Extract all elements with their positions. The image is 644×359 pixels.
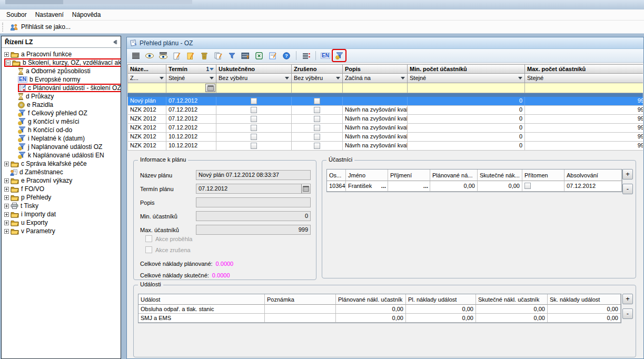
filter-input-max[interactable]	[525, 83, 643, 93]
sidebar-item-naplanovane-oz[interactable]: j Naplánované události OZ	[2, 143, 121, 151]
sidebar-item-naplanovane-en[interactable]: k Naplánované události EN	[2, 151, 121, 159]
filter-input-nazev[interactable]	[127, 83, 166, 93]
sidebar-item-pracovni-funkce[interactable]: a Pracovní funkce	[2, 50, 121, 58]
sidebar-item-pracovni-vykazy[interactable]: e Pracovní výkazy	[2, 176, 121, 185]
sidebar-item-koncici-od-do[interactable]: h Končící od-do	[2, 126, 121, 134]
plan-max-field[interactable]: 999	[196, 225, 311, 235]
filter-combo-min[interactable]: Stejné	[408, 74, 525, 83]
filter-input-zruseno[interactable]	[292, 83, 343, 93]
uskutecneno-checkbox[interactable]	[251, 134, 257, 140]
table-row-selected[interactable]: Nový plán 07.12.2012 0 999	[127, 97, 643, 106]
expander-plus-icon[interactable]	[4, 204, 9, 208]
uskutecneno-checkbox[interactable]	[251, 116, 257, 122]
remove-event-button[interactable]: -	[622, 308, 633, 319]
filter-input-min[interactable]	[408, 83, 525, 93]
sidebar-item-planovani-udalosti[interactable]: c Plánování událostí - školení OZ	[2, 84, 121, 92]
uskutecneno-checkbox[interactable]	[251, 98, 257, 104]
table-row[interactable]: NZK 2012 07.12.2012 Návrh na zvyšování k…	[127, 106, 643, 115]
uskutecneno-checkbox[interactable]	[251, 125, 257, 131]
zruseno-checkbox[interactable]	[314, 125, 320, 131]
sidebar-item-prehledy[interactable]: p Přehledy	[2, 193, 121, 202]
sidebar-item-neplatne-k[interactable]: i Neplatné k (datum)	[2, 134, 121, 143]
note-icon[interactable]	[266, 50, 279, 61]
view-header-icon[interactable]	[157, 50, 170, 61]
column-header-popis[interactable]: Popis	[343, 64, 408, 74]
view-icon[interactable]	[143, 50, 156, 61]
remove-participant-button[interactable]: -	[622, 184, 633, 194]
zruseno-checkbox[interactable]	[314, 134, 320, 140]
uskutecneno-checkbox[interactable]	[251, 143, 257, 149]
expander-plus-icon[interactable]	[4, 212, 9, 217]
sidebar-item-prukazy[interactable]: d Průkazy	[2, 92, 121, 101]
new-record-icon[interactable]	[171, 50, 183, 61]
plan-name-field[interactable]: Nový plán 07.12.2012 08:33:37	[196, 170, 311, 180]
menu-soubor[interactable]: Soubor	[2, 10, 31, 19]
expander-plus-icon[interactable]	[4, 178, 9, 183]
sidebar-item-evropske-normy[interactable]: EN b Evropské normy	[2, 75, 121, 84]
filter-combo-uskutecneno[interactable]: Bez výběru	[216, 74, 292, 83]
expander-plus-icon[interactable]	[4, 195, 9, 200]
lookup-button[interactable]: ...	[423, 183, 428, 189]
list-red-icon[interactable]	[300, 50, 312, 61]
akce-zrusena-checkbox[interactable]	[145, 246, 152, 253]
expander-plus-icon[interactable]	[4, 162, 9, 166]
menu-nastaveni[interactable]: Nastavení	[31, 10, 68, 19]
sidebar-item-celkovy-prehled[interactable]: f Celkový přehled OZ	[2, 109, 121, 117]
calendar-button[interactable]	[301, 184, 310, 193]
zruseno-checkbox[interactable]	[314, 143, 320, 149]
event-row[interactable]: SMJ a EMS 0,00 0,00 0,00 0,00	[138, 314, 621, 323]
filter-smiley-icon[interactable]	[333, 50, 345, 61]
filter-input-termin[interactable]	[166, 83, 216, 93]
column-header-max-pocet[interactable]: Max. počet účastníků	[525, 64, 643, 74]
sidebar-item-parametry[interactable]: v Parametry	[2, 227, 121, 235]
filter-combo-termin[interactable]: Stejné	[166, 74, 216, 83]
menu-napoveda[interactable]: Nápověda	[68, 10, 105, 19]
sidebar-item-exporty[interactable]: u Exporty	[2, 218, 121, 227]
pritomen-checkbox[interactable]	[524, 183, 531, 189]
table-row[interactable]: NZK 2012 07.12.2012 Návrh na zvyšování k…	[127, 115, 643, 124]
column-header-min-pocet[interactable]: Min. počet účastníků	[408, 64, 525, 74]
login-as-button[interactable]: Přihlásit se jako...	[8, 22, 75, 32]
zruseno-checkbox[interactable]	[314, 107, 320, 113]
filter-icon[interactable]	[225, 50, 238, 61]
expander-plus-icon[interactable]	[4, 221, 9, 225]
expander-plus-icon[interactable]	[4, 229, 9, 234]
filter-combo-popis[interactable]: Začíná na	[343, 74, 408, 83]
plan-desc-field[interactable]	[196, 197, 311, 207]
plan-date-field[interactable]: 07.12.2012	[196, 184, 311, 194]
zruseno-checkbox[interactable]	[314, 98, 320, 104]
sidebar-item-sprava-lekarske-pece[interactable]: c Správa lékařské péče	[2, 159, 121, 168]
filter-input-popis[interactable]	[343, 83, 408, 93]
excel-export-icon[interactable]	[253, 50, 265, 61]
event-row[interactable]: Obsluha odpař. a tlak. stanic 0,00 0,00 …	[138, 305, 621, 314]
table-row[interactable]: NZK 2012 07.12.2012 Návrh na zvyšování k…	[127, 124, 643, 133]
expander-plus-icon[interactable]	[4, 187, 9, 192]
calendar-button[interactable]	[205, 84, 215, 92]
expander-minus-icon[interactable]	[6, 61, 11, 65]
filter-combo-zruseno[interactable]: Bez výběru	[292, 74, 343, 83]
sidebar-item-zamestnanec[interactable]: d Zaměstnanec	[2, 168, 121, 176]
list-icon[interactable]	[130, 50, 142, 61]
zruseno-checkbox[interactable]	[314, 116, 320, 122]
participant-row[interactable]: 10364 František... ... 0,00 0,00 07.12.2…	[327, 181, 622, 192]
collapse-panel-icon[interactable]	[112, 39, 118, 45]
filter-table-icon[interactable]	[239, 50, 252, 61]
table-row[interactable]: NZK 2012 10.12.2012 Návrh na zvyšování k…	[127, 142, 643, 151]
filter-combo-max[interactable]: Stejné	[525, 74, 643, 83]
help-icon[interactable]	[280, 50, 293, 61]
en-icon[interactable]: EN	[319, 50, 332, 61]
table-row[interactable]: NZK 2012 10.12.2012 Návrh na zvyšování k…	[127, 133, 643, 142]
column-header-nazev[interactable]: Náze...	[127, 64, 166, 74]
uskutecneno-checkbox[interactable]	[251, 107, 257, 113]
delete-record-icon[interactable]	[198, 50, 211, 61]
edit-record-icon[interactable]	[184, 50, 197, 61]
sidebar-item-razidla[interactable]: e Razidla	[2, 101, 121, 109]
sidebar-item-fo-vo[interactable]: f FO/VO	[2, 185, 121, 193]
sidebar-item-skoleni-kurzy[interactable]: b Školení, kurzy, OZ, vzdělávací akce	[2, 58, 121, 67]
sidebar-item-koncici-v-mesici[interactable]: g Končící v měsíci	[2, 117, 121, 126]
add-event-button[interactable]: +	[622, 294, 633, 304]
plan-min-field[interactable]: 0	[196, 211, 311, 221]
filter-combo-nazev[interactable]: Z...	[127, 74, 166, 83]
column-header-termin[interactable]: Termín 1	[166, 64, 216, 74]
sidebar-item-odborne-zpusobilosti[interactable]: a Odborné způsobilosti	[2, 67, 121, 75]
